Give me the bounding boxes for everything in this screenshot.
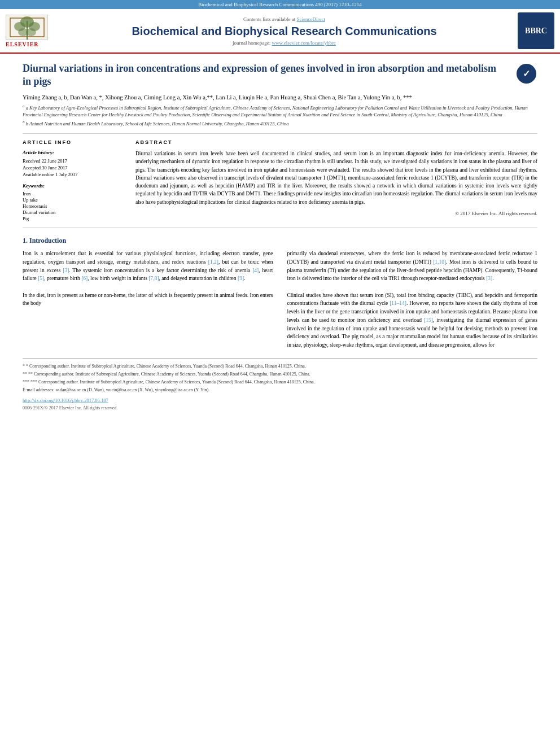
abstract-text: Diurnal variations in serum iron levels … xyxy=(135,150,537,206)
ref-9: [9] xyxy=(238,276,244,281)
journal-info-bar: Biochemical and Biophysical Research Com… xyxy=(0,0,560,9)
article-title-section: Diurnal variations in iron concentration… xyxy=(23,62,537,89)
keyword-4: Pig xyxy=(23,216,124,221)
ref-1-2: [1,2] xyxy=(208,259,218,265)
svg-point-6 xyxy=(26,28,36,36)
journal-header: ELSEVIER Contents lists available at Sci… xyxy=(0,9,560,54)
received-date: Received 22 June 2017 xyxy=(23,158,124,164)
footnote-email: E-mail addresses: w.dan@isa.ac.cn (D. Wa… xyxy=(23,387,537,393)
science-direct-link[interactable]: ScienceDirect xyxy=(297,16,325,22)
bottom-bar: 0006-291X/© 2017 Elsevier Inc. All right… xyxy=(23,405,537,410)
journal-citation: Biochemical and Biophysical Research Com… xyxy=(198,2,362,7)
keyword-1: Up take xyxy=(23,197,124,203)
divider-1 xyxy=(23,133,537,134)
header-center: Contents lists available at ScienceDirec… xyxy=(56,16,512,46)
affiliation-a: a a Key Laboratory of Agro-Ecological Pr… xyxy=(23,104,537,119)
abstract-col: ABSTRACT Diurnal variations in serum iro… xyxy=(135,139,537,222)
keyword-3: Diurnal variation xyxy=(23,209,124,215)
keywords-label: Keywords: xyxy=(23,183,124,189)
accepted-date: Accepted 30 June 2017 xyxy=(23,165,124,171)
footnote-0: * * Corresponding author. Institute of S… xyxy=(23,363,537,369)
journal-title: Biochemical and Biophysical Research Com… xyxy=(56,24,512,38)
doi-section: http://dx.doi.org/10.1016/j.bbrc.2017.06… xyxy=(23,397,537,403)
homepage-url[interactable]: www.elsevier.com/locate/ybbrc xyxy=(272,40,336,46)
ref-15: [15] xyxy=(424,317,433,323)
intro-left-text: Iron is a microelement that is essential… xyxy=(23,250,273,308)
doi-link[interactable]: http://dx.doi.org/10.1016/j.bbrc.2017.06… xyxy=(23,397,108,403)
ref-6: [6] xyxy=(81,276,88,281)
contents-list-label: Contents lists available at ScienceDirec… xyxy=(56,16,512,22)
divider-2 xyxy=(23,228,537,228)
footnote-1: ** ** Corresponding author. Institute of… xyxy=(23,371,537,377)
footnote-2: *** *** Corresponding author. Institute … xyxy=(23,379,537,385)
article-info-abstract: ARTICLE INFO Article history: Received 2… xyxy=(23,139,537,222)
article-info-header: ARTICLE INFO xyxy=(23,139,124,145)
article-info-col: ARTICLE INFO Article history: Received 2… xyxy=(23,139,124,222)
bbrc-logo: BBRC xyxy=(518,12,554,49)
abstract-header: ABSTRACT xyxy=(135,139,537,145)
affiliation-b: b b Animal Nutrition and Human Health La… xyxy=(23,120,537,128)
copyright: © 2017 Elsevier Inc. All rights reserved… xyxy=(135,211,537,216)
introduction-section: 1. Introduction Iron is a microelement t… xyxy=(23,237,537,350)
ref-11-14: [11–14] xyxy=(390,300,406,306)
keyword-0: Iron xyxy=(23,191,124,196)
ref-1-10: [1,10] xyxy=(433,259,446,265)
footnotes-section: * * Corresponding author. Institute of S… xyxy=(23,358,537,394)
elsevier-logo-area: ELSEVIER xyxy=(6,15,51,47)
main-content: Diurnal variations in iron concentration… xyxy=(0,54,560,419)
keyword-2: Homeostasis xyxy=(23,203,124,209)
crossmark-icon[interactable] xyxy=(517,64,536,84)
elsevier-name: ELSEVIER xyxy=(6,41,51,47)
ref-5: [5] xyxy=(38,276,44,281)
crossmark-area[interactable] xyxy=(515,62,537,85)
journal-homepage: journal homepage: www.elsevier.com/locat… xyxy=(56,40,512,46)
article-history-label: Article history: xyxy=(23,150,124,155)
intro-two-col: Iron is a microelement that is essential… xyxy=(23,250,537,350)
article-title: Diurnal variations in iron concentration… xyxy=(23,62,515,89)
keywords-section: Keywords: Iron Up take Homeostasis Diurn… xyxy=(23,183,124,221)
authors: Yiming Zhang a, b, Dan Wan a, *, Xihong … xyxy=(23,94,537,101)
intro-right-text: primarily via duodenal enterocytes, wher… xyxy=(287,250,538,350)
intro-section-title: 1. Introduction xyxy=(23,237,537,245)
intro-left-col: Iron is a microelement that is essential… xyxy=(23,250,273,350)
elsevier-graphic xyxy=(6,15,48,40)
ref-3b: [3] xyxy=(486,276,492,281)
available-online: Available online 1 July 2017 xyxy=(23,172,124,177)
ref-3: [3] xyxy=(63,268,69,273)
intro-right-col: primarily via duodenal enterocytes, wher… xyxy=(287,250,538,350)
ref-7-8: [7,8] xyxy=(148,276,159,281)
ref-4: [4] xyxy=(252,268,259,273)
